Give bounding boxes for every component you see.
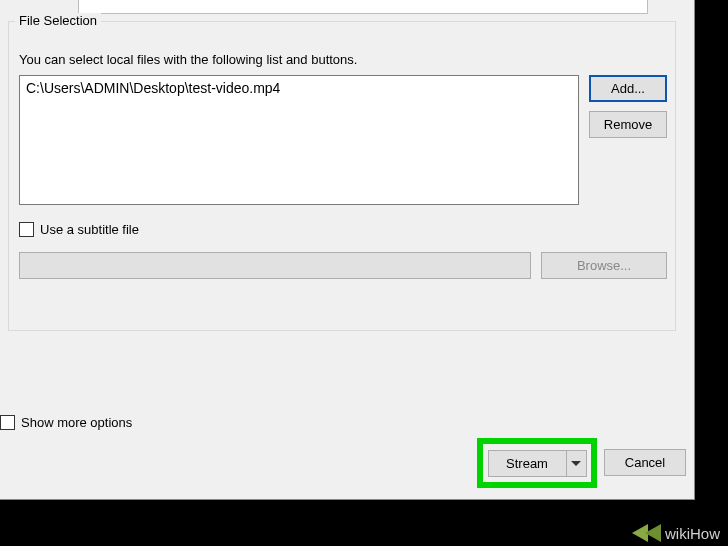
help-text: You can select local files with the foll… (19, 52, 357, 67)
remove-button[interactable]: Remove (589, 111, 667, 138)
browse-button: Browse... (541, 252, 667, 279)
more-options-checkbox[interactable] (0, 415, 15, 430)
more-options-label: Show more options (21, 415, 132, 430)
add-button-label: Add... (611, 81, 645, 96)
stream-dropdown-arrow[interactable] (566, 451, 586, 476)
remove-button-label: Remove (604, 117, 652, 132)
subtitle-checkbox[interactable] (19, 222, 34, 237)
open-media-dialog: File Selection You can select local file… (0, 0, 695, 500)
subtitle-checkbox-label: Use a subtitle file (40, 222, 139, 237)
more-options-checkbox-wrap[interactable]: Show more options (0, 415, 132, 430)
tutorial-highlight: Stream (477, 438, 597, 488)
watermark-text: wikiHow (665, 525, 720, 542)
wikihow-logo-icon (645, 524, 661, 542)
add-button[interactable]: Add... (589, 75, 667, 102)
stream-splitbutton[interactable]: Stream (488, 450, 587, 477)
file-list-item[interactable]: C:\Users\ADMIN\Desktop\test-video.mp4 (26, 80, 572, 96)
chevron-down-icon (571, 461, 581, 466)
subtitle-checkbox-wrap[interactable]: Use a subtitle file (19, 222, 139, 237)
subtitle-path-input (19, 252, 531, 279)
cancel-button[interactable]: Cancel (604, 449, 686, 476)
browse-button-label: Browse... (577, 258, 631, 273)
stream-button-label: Stream (489, 451, 566, 476)
file-list[interactable]: C:\Users\ADMIN\Desktop\test-video.mp4 (19, 75, 579, 205)
file-selection-group: File Selection You can select local file… (8, 21, 676, 331)
watermark: wikiHow (632, 524, 720, 542)
groupbox-title: File Selection (15, 13, 101, 28)
prev-section-remnant (78, 0, 648, 14)
cancel-button-label: Cancel (625, 455, 665, 470)
